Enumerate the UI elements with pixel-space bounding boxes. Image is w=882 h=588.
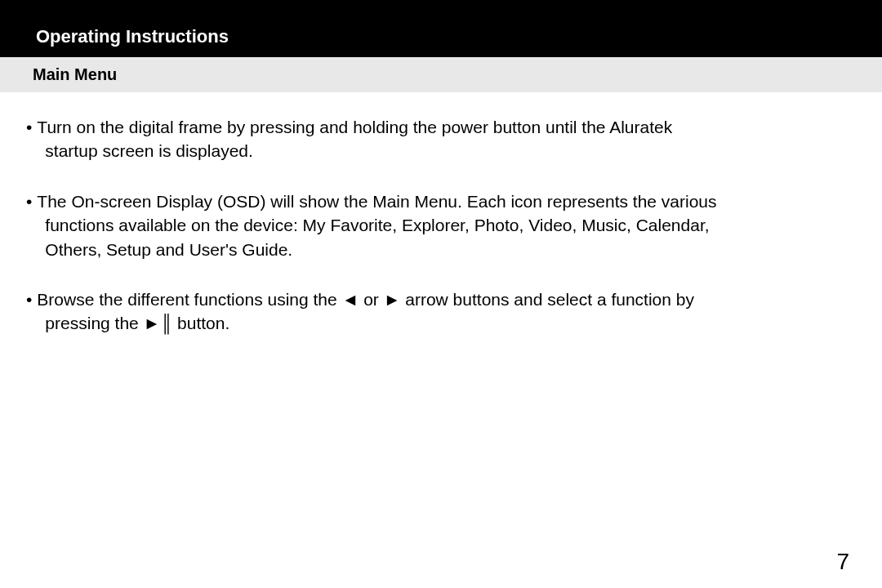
- bullet-item-1: • Turn on the digital frame by pressing …: [26, 115, 851, 163]
- bullet-1-line-1: Turn on the digital frame by pressing an…: [37, 118, 672, 136]
- bullet-1-line-2: startup screen is displayed.: [37, 139, 851, 163]
- bullet-3-line-1: Browse the different functions using the…: [37, 290, 694, 309]
- bullet-2-line-2: functions available on the device: My Fa…: [37, 213, 851, 237]
- bullet-2-line-3: Others, Setup and User's Guide.: [37, 238, 851, 261]
- bullet-item-2: • The On-screen Display (OSD) will show …: [26, 189, 851, 261]
- content-area: • Turn on the digital frame by pressing …: [0, 92, 882, 336]
- bullet-3-line-2: pressing the ►║ button.: [37, 311, 851, 335]
- header-gray-bar: Main Menu: [0, 57, 882, 92]
- bullet-text-1: Turn on the digital frame by pressing an…: [37, 115, 851, 163]
- bullet-item-3: • Browse the different functions using t…: [26, 287, 851, 336]
- bullet-2-line-1: The On-screen Display (OSD) will show th…: [37, 192, 716, 211]
- page-title: Operating Instructions: [0, 26, 882, 47]
- page-number: 7: [836, 549, 849, 575]
- bullet-text-2: The On-screen Display (OSD) will show th…: [37, 189, 851, 261]
- bullet-marker: •: [26, 287, 32, 336]
- header-black-bar: Operating Instructions: [0, 0, 882, 57]
- bullet-marker: •: [26, 115, 32, 163]
- bullet-text-3: Browse the different functions using the…: [37, 287, 851, 336]
- section-title: Main Menu: [0, 65, 882, 84]
- bullet-marker: •: [26, 189, 32, 261]
